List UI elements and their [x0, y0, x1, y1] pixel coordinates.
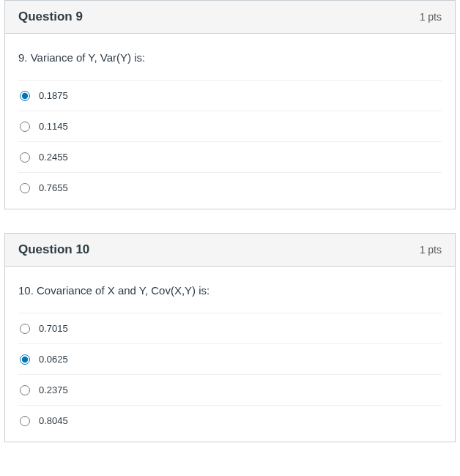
options-list: 0.7015 0.0625 0.2375 0.8045	[18, 313, 442, 436]
option-row[interactable]: 0.2375	[18, 375, 442, 406]
option-row[interactable]: 0.0625	[18, 344, 442, 375]
option-label: 0.1875	[39, 90, 68, 101]
radio-input[interactable]	[20, 122, 30, 132]
radio-input[interactable]	[20, 324, 30, 334]
option-label: 0.0625	[39, 354, 68, 365]
option-row[interactable]: 0.8045	[18, 406, 442, 436]
option-label: 0.1145	[39, 121, 68, 132]
question-points: 1 pts	[420, 244, 442, 256]
quiz-page: Question 9 1 pts 9. Variance of Y, Var(Y…	[0, 0, 460, 442]
option-label: 0.2455	[39, 152, 68, 163]
question-title: Question 10	[18, 242, 89, 257]
option-row[interactable]: 0.1145	[18, 111, 442, 142]
question-prompt: 9. Variance of Y, Var(Y) is:	[18, 51, 442, 64]
question-body: 9. Variance of Y, Var(Y) is: 0.1875 0.11…	[5, 34, 455, 209]
question-title: Question 9	[18, 10, 83, 24]
radio-input[interactable]	[20, 91, 30, 101]
question-body: 10. Covariance of X and Y, Cov(X,Y) is: …	[5, 267, 455, 442]
question-header: Question 10 1 pts	[5, 234, 455, 267]
question-prompt: 10. Covariance of X and Y, Cov(X,Y) is:	[18, 284, 442, 297]
radio-input[interactable]	[20, 354, 30, 365]
radio-input[interactable]	[20, 183, 30, 193]
option-label: 0.2375	[39, 384, 68, 395]
radio-input[interactable]	[20, 416, 30, 426]
option-row[interactable]: 0.2455	[18, 142, 442, 173]
radio-input[interactable]	[20, 385, 30, 395]
question-points: 1 pts	[420, 11, 442, 23]
option-label: 0.8045	[39, 415, 68, 426]
question-card-9: Question 9 1 pts 9. Variance of Y, Var(Y…	[4, 0, 456, 209]
question-card-10: Question 10 1 pts 10. Covariance of X an…	[4, 233, 456, 442]
option-row[interactable]: 0.7015	[18, 313, 442, 344]
question-header: Question 9 1 pts	[5, 1, 455, 34]
option-row[interactable]: 0.1875	[18, 81, 442, 111]
option-row[interactable]: 0.7655	[18, 173, 442, 203]
radio-input[interactable]	[20, 152, 30, 163]
option-label: 0.7655	[39, 182, 68, 193]
options-list: 0.1875 0.1145 0.2455 0.7655	[18, 80, 442, 203]
option-label: 0.7015	[39, 323, 68, 334]
